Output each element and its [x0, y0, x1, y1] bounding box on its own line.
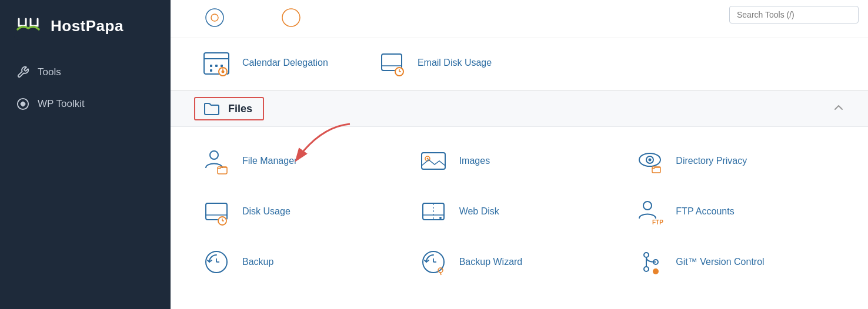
directory-privacy-label: Directory Privacy [676, 156, 747, 166]
calendar-icon-svg [202, 48, 231, 78]
email-disk-usage-item[interactable]: Email Disk Usage [375, 46, 492, 79]
backup-icon [200, 246, 233, 278]
calendar-delegation-label: Calendar Delegation [242, 58, 328, 68]
partial-icon-2 [276, 6, 306, 29]
email-disk-icon-svg [377, 48, 406, 78]
wordpress-icon [16, 98, 29, 110]
backup-wizard-svg [418, 247, 449, 277]
partial-icon-1 [200, 6, 229, 29]
collapse-button[interactable] [833, 102, 844, 116]
search-input[interactable] [729, 6, 859, 23]
svg-point-24 [210, 151, 218, 159]
sidebar-item-tools[interactable]: Tools [0, 58, 171, 87]
directory-privacy-svg [635, 146, 665, 176]
svg-text:FTP: FTP [652, 219, 663, 226]
email-disk-usage-icon [375, 46, 408, 79]
svg-rect-8 [210, 65, 212, 67]
partial-item-2 [276, 6, 306, 29]
svg-point-42 [439, 217, 442, 219]
svg-point-31 [649, 159, 652, 162]
svg-point-58 [653, 268, 659, 274]
sidebar: HostPapa Tools WP Toolkit [0, 0, 171, 309]
svg-point-3 [206, 9, 223, 26]
email-icon-partial [201, 7, 229, 28]
disk-usage-item[interactable]: Disk Usage [200, 195, 405, 228]
backup-svg [201, 247, 232, 277]
images-item[interactable]: Images [417, 145, 622, 177]
git-svg [635, 247, 665, 277]
file-manager-svg [201, 146, 232, 176]
images-icon [417, 145, 450, 177]
svg-point-54 [644, 253, 649, 257]
logo-text: HostPapa [51, 17, 123, 35]
disk-usage-label: Disk Usage [242, 206, 291, 217]
file-manager-item[interactable]: File Manager [200, 145, 405, 177]
disk-usage-icon [200, 195, 233, 228]
backup-wizard-icon [417, 246, 450, 278]
directory-privacy-item[interactable]: Directory Privacy [633, 145, 839, 177]
svg-point-5 [282, 9, 300, 26]
web-disk-icon [417, 195, 450, 228]
directory-privacy-icon [633, 145, 666, 177]
sidebar-item-wp-toolkit[interactable]: WP Toolkit [0, 89, 171, 119]
svg-rect-10 [221, 65, 223, 67]
files-section-header: Files [171, 90, 868, 127]
backup-item[interactable]: Backup [200, 246, 405, 278]
files-tools-grid: File Manager Images [171, 127, 868, 296]
ftp-accounts-label: FTP Accounts [676, 206, 734, 217]
backup-label: Backup [242, 257, 273, 267]
main-content: Calendar Delegation Email Disk Usage [171, 0, 868, 309]
ftp-accounts-item[interactable]: FTP FTP Accounts [633, 195, 839, 228]
email-disk-usage-label: Email Disk Usage [418, 58, 492, 68]
folder-icon [203, 102, 220, 116]
web-disk-item[interactable]: Web Disk [417, 195, 622, 228]
svg-line-53 [440, 273, 441, 275]
svg-point-44 [643, 201, 652, 210]
web-disk-svg [418, 196, 449, 227]
git-version-control-item[interactable]: Git™ Version Control [633, 246, 839, 278]
hostpapa-logo-icon [14, 12, 42, 40]
svg-rect-11 [210, 69, 212, 72]
sidebar-tools-label: Tools [38, 66, 61, 78]
svg-point-55 [644, 267, 649, 271]
search-bar-wrapper [729, 6, 859, 23]
calendar-delegation-item[interactable]: Calendar Delegation [200, 46, 328, 79]
logo: HostPapa [0, 0, 171, 52]
tools-icon [16, 66, 29, 79]
sidebar-wp-toolkit-label: WP Toolkit [38, 98, 85, 110]
backup-wizard-item[interactable]: Backup Wizard [417, 246, 622, 278]
images-label: Images [459, 156, 490, 166]
svg-point-4 [211, 14, 218, 21]
images-svg [418, 146, 449, 176]
svg-rect-26 [422, 153, 445, 169]
disk-usage-svg [201, 196, 232, 227]
calendar-delegation-icon [200, 46, 233, 79]
svg-rect-9 [215, 65, 218, 67]
svg-point-28 [426, 158, 428, 160]
git-version-control-label: Git™ Version Control [676, 257, 764, 267]
backup-wizard-label: Backup Wizard [459, 257, 523, 267]
git-version-control-icon [633, 246, 666, 278]
files-section-title: Files [228, 103, 252, 115]
chevron-up-icon [833, 102, 844, 113]
web-disk-label: Web Disk [459, 206, 499, 217]
files-header-box: Files [194, 97, 264, 120]
partial-icon-svg-2 [277, 7, 305, 28]
file-manager-icon [200, 145, 233, 177]
ftp-accounts-svg: FTP [635, 196, 665, 227]
sidebar-nav: Tools WP Toolkit [0, 52, 171, 125]
partial-item-1 [200, 6, 229, 29]
ftp-accounts-icon: FTP [633, 195, 666, 228]
file-manager-label: File Manager [242, 156, 297, 166]
